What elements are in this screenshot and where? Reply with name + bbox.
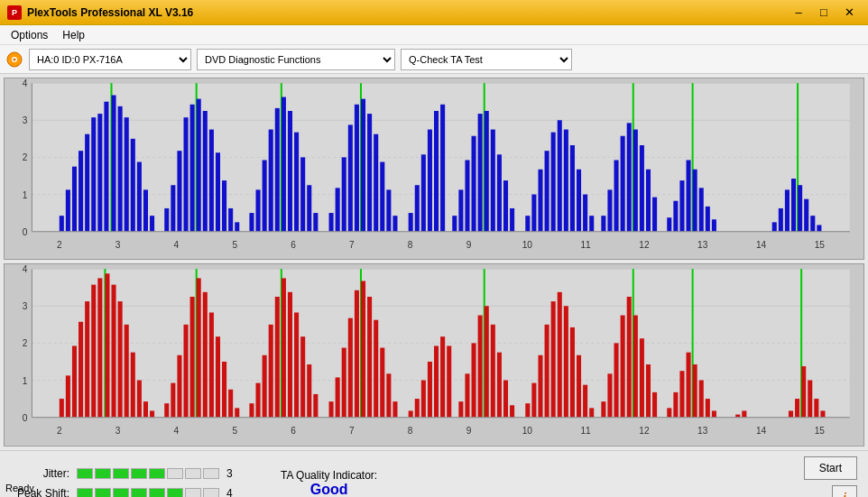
svg-rect-95 <box>589 216 594 231</box>
svg-rect-207 <box>421 381 426 418</box>
svg-rect-65 <box>380 162 384 232</box>
svg-rect-240 <box>640 339 644 418</box>
metrics-section: Jitter: 3 Peak Shift: <box>11 467 245 497</box>
svg-rect-257 <box>801 367 806 419</box>
svg-rect-235 <box>614 344 619 418</box>
svg-rect-202 <box>380 348 384 418</box>
menu-options[interactable]: Options <box>4 27 55 43</box>
svg-rect-22 <box>104 102 108 232</box>
svg-text:4: 4 <box>174 427 180 437</box>
svg-rect-234 <box>607 374 612 418</box>
drive-selector[interactable]: HA:0 ID:0 PX-716A <box>29 49 191 70</box>
svg-rect-162 <box>118 302 123 419</box>
function-selector[interactable]: DVD Diagnostic Functions <box>197 49 395 70</box>
svg-text:5: 5 <box>232 240 237 250</box>
svg-rect-69 <box>415 185 420 231</box>
svg-rect-92 <box>570 145 575 232</box>
svg-rect-27 <box>131 139 135 232</box>
svg-rect-113 <box>706 207 710 232</box>
bottom-panel: Jitter: 3 Peak Shift: <box>0 450 868 497</box>
svg-rect-193 <box>329 402 334 418</box>
jitter-seg-1 <box>77 468 93 479</box>
svg-rect-167 <box>150 411 154 418</box>
svg-rect-78 <box>478 114 483 232</box>
svg-rect-116 <box>779 208 783 232</box>
svg-rect-218 <box>491 325 495 418</box>
svg-rect-122 <box>810 216 815 231</box>
svg-rect-178 <box>222 362 226 418</box>
svg-rect-225 <box>545 325 549 418</box>
svg-rect-184 <box>269 325 273 418</box>
svg-rect-96 <box>601 216 605 231</box>
svg-rect-155 <box>78 322 83 418</box>
svg-rect-91 <box>564 130 568 232</box>
svg-rect-50 <box>282 97 286 232</box>
close-button[interactable]: ✕ <box>837 4 861 22</box>
svg-rect-245 <box>679 372 684 418</box>
svg-rect-44 <box>249 213 254 232</box>
svg-rect-177 <box>216 337 220 418</box>
svg-rect-175 <box>203 292 208 418</box>
svg-rect-220 <box>503 381 508 418</box>
svg-text:3: 3 <box>23 302 28 312</box>
svg-rect-200 <box>367 297 372 418</box>
svg-rect-56 <box>329 213 334 232</box>
svg-rect-215 <box>478 316 483 418</box>
svg-rect-196 <box>348 318 353 418</box>
svg-text:0: 0 <box>23 413 28 423</box>
svg-rect-114 <box>712 219 716 231</box>
svg-rect-239 <box>633 316 638 418</box>
ps-seg-3 <box>113 488 129 497</box>
svg-rect-72 <box>434 111 439 232</box>
svg-rect-214 <box>472 344 476 418</box>
svg-rect-75 <box>458 189 463 231</box>
svg-rect-35 <box>190 105 195 232</box>
svg-rect-204 <box>392 402 397 418</box>
title-bar: P PlexTools Professional XL V3.16 – □ ✕ <box>0 0 868 25</box>
main-content: 4 3 2 1 0 <box>0 74 868 477</box>
svg-rect-180 <box>235 409 239 418</box>
svg-rect-31 <box>164 208 169 232</box>
ta-quality-section: TA Quality Indicator: Good <box>281 469 377 497</box>
menu-help[interactable]: Help <box>55 27 92 43</box>
svg-rect-121 <box>804 199 808 232</box>
minimize-button[interactable]: – <box>787 4 810 22</box>
svg-rect-153 <box>66 376 70 418</box>
svg-text:2: 2 <box>23 339 28 349</box>
svg-text:0: 0 <box>23 227 28 237</box>
svg-rect-226 <box>551 302 556 419</box>
svg-rect-45 <box>256 189 261 231</box>
svg-text:15: 15 <box>815 240 826 250</box>
svg-rect-185 <box>275 297 280 418</box>
svg-text:3: 3 <box>23 115 28 125</box>
svg-rect-19 <box>85 134 89 232</box>
svg-rect-82 <box>497 154 502 231</box>
svg-text:15: 15 <box>815 427 826 437</box>
svg-rect-243 <box>667 409 671 418</box>
svg-rect-211 <box>447 346 451 418</box>
svg-rect-102 <box>633 130 638 232</box>
svg-rect-42 <box>228 208 233 232</box>
svg-rect-251 <box>712 411 716 418</box>
maximize-button[interactable]: □ <box>812 4 836 22</box>
svg-text:14: 14 <box>756 427 767 437</box>
svg-rect-171 <box>184 325 189 418</box>
ps-seg-2 <box>95 488 111 497</box>
svg-rect-242 <box>652 392 657 418</box>
svg-rect-94 <box>583 195 587 232</box>
peak-shift-row: Peak Shift: 4 <box>11 487 245 497</box>
svg-rect-71 <box>428 130 432 232</box>
svg-rect-182 <box>256 383 261 418</box>
svg-rect-117 <box>785 189 790 231</box>
jitter-seg-2 <box>95 468 111 479</box>
svg-text:6: 6 <box>291 240 296 250</box>
svg-rect-87 <box>538 170 542 232</box>
test-selector[interactable]: Q-Check TA Test <box>401 49 572 70</box>
svg-rect-60 <box>355 105 359 232</box>
svg-text:12: 12 <box>639 240 650 250</box>
svg-rect-169 <box>171 383 175 418</box>
start-button[interactable]: Start <box>804 456 857 480</box>
svg-rect-231 <box>583 385 587 418</box>
svg-rect-83 <box>503 180 508 232</box>
info-button[interactable]: i <box>832 485 857 497</box>
